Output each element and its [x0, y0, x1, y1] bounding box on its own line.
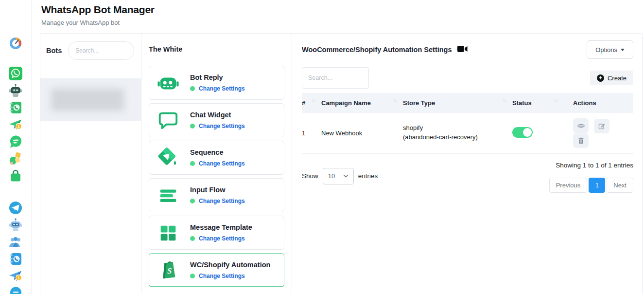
card-chat-widget[interactable]: Chat Widget Change Settings: [149, 103, 284, 137]
main-area: WhatsApp Bot Manager Manage your WhatsAp…: [32, 0, 644, 294]
page-title: WhatsApp Bot Manager: [41, 4, 644, 16]
robot-assistant-green-icon[interactable]: [8, 83, 23, 98]
card-title: WC/Shopify Automation: [190, 261, 270, 269]
selected-bot-name: The White: [149, 45, 284, 53]
table-header-row: #↑↓ Campaign Name↑↓ Store Type↑↓ Status↑…: [302, 93, 633, 113]
status-dot: [190, 161, 195, 166]
dashboard-gauge-icon[interactable]: [8, 36, 23, 51]
video-tutorial-icon[interactable]: [457, 45, 468, 54]
bot-reply-icon: [157, 72, 179, 94]
store-type-line1: shopify: [403, 124, 512, 133]
automation-title-row: WooCommerce/Shopify Automation Settings: [302, 45, 468, 54]
sort-icon: ↑↓: [393, 98, 396, 103]
entries-summary: Showing 1 to 1 of 1 entries: [549, 162, 633, 169]
card-text: Chat Widget Change Settings: [190, 111, 245, 129]
table-search-input[interactable]: [302, 67, 369, 89]
create-button-label: Create: [608, 74, 627, 82]
change-settings-link[interactable]: Change Settings: [199, 160, 245, 167]
robot-assistant-blue-icon[interactable]: [8, 218, 23, 232]
campaign-send-green-icon[interactable]: 1: [8, 117, 23, 132]
column-header-num[interactable]: #↑↓: [302, 93, 321, 113]
change-settings-link[interactable]: Change Settings: [199, 198, 245, 204]
bots-header: Bots: [40, 34, 141, 60]
handshake-puzzle-icon[interactable]: [8, 151, 23, 166]
card-bot-reply[interactable]: Bot Reply Change Settings: [149, 66, 284, 100]
bot-name-redacted: [51, 89, 124, 111]
message-template-icon: [157, 221, 179, 244]
column-header-campaign-name[interactable]: Campaign Name↑↓: [321, 93, 403, 113]
card-wc-shopify-automation[interactable]: S WC/Shopify Automation Change Settings: [149, 253, 284, 287]
sort-icon: ↑↓: [503, 98, 505, 103]
next-page-button[interactable]: Next: [607, 178, 633, 193]
whatsapp-icon[interactable]: [8, 66, 23, 81]
automation-settings-section: WooCommerce/Shopify Automation Settings …: [292, 34, 643, 294]
phonebook-blue-icon[interactable]: [8, 252, 23, 266]
campaign-send-blue-icon[interactable]: 1: [8, 269, 23, 283]
pagination: Previous 1 Next: [549, 178, 633, 193]
previous-page-button[interactable]: Previous: [549, 178, 588, 193]
phonebook-green-icon[interactable]: [8, 100, 23, 115]
status-dot: [190, 124, 195, 129]
input-flow-icon: [157, 184, 179, 206]
sort-icon: ↑↓: [312, 98, 314, 103]
change-settings-link[interactable]: Change Settings: [199, 235, 245, 242]
bot-menu-column: The White Bot Reply: [141, 34, 292, 294]
show-label: Show: [302, 172, 318, 180]
page-size-value: 10: [328, 172, 335, 180]
view-button[interactable]: [573, 118, 589, 133]
edit-pencil-icon: [598, 122, 606, 130]
campaigns-table: #↑↓ Campaign Name↑↓ Store Type↑↓ Status↑…: [302, 93, 633, 154]
app-icon-sidebar: 1: [0, 0, 32, 294]
column-header-status[interactable]: Status↑↓: [512, 93, 563, 113]
card-text: Input Flow Change Settings: [190, 186, 245, 204]
card-title: Chat Widget: [190, 111, 245, 119]
shopping-bag-icon[interactable]: [8, 168, 23, 183]
card-title: Input Flow: [190, 186, 245, 194]
card-text: WC/Shopify Automation Change Settings: [190, 261, 270, 279]
bot-list-item-selected[interactable]: [40, 78, 141, 121]
card-input-flow[interactable]: Input Flow Change Settings: [149, 178, 284, 212]
create-button[interactable]: + Create: [590, 71, 633, 85]
chevron-down-icon: [343, 174, 348, 178]
badge-count: 1: [17, 276, 20, 280]
change-settings-link[interactable]: Change Settings: [199, 123, 245, 129]
options-button-label: Options: [595, 46, 617, 54]
card-message-template[interactable]: Message Template Change Settings: [149, 216, 284, 250]
sort-icon: ↑↓: [554, 98, 557, 103]
options-button[interactable]: Options: [587, 40, 633, 59]
telegram-icon[interactable]: [8, 201, 23, 215]
chat-bubble-green-icon[interactable]: [8, 134, 23, 149]
status-dot: [190, 274, 195, 278]
cell-num: 1: [302, 113, 321, 153]
bot-manager-panel: Bots The White: [40, 33, 643, 294]
sequence-paint-icon: [157, 147, 179, 169]
table-row: 1 New Webhook shopify (abandoned-cart-re…: [302, 113, 633, 153]
cell-status: [512, 113, 563, 153]
caret-down-icon: [621, 49, 625, 51]
change-settings-link[interactable]: Change Settings: [199, 273, 245, 279]
shopify-bag-icon: S: [157, 259, 179, 281]
cell-store-type: shopify (abandoned-cart-recovery): [403, 113, 512, 153]
column-header-store-type[interactable]: Store Type↑↓: [403, 93, 512, 113]
status-toggle-on[interactable]: [512, 127, 533, 138]
cell-actions: [563, 113, 633, 153]
bots-column: Bots: [40, 34, 141, 294]
status-dot: [190, 236, 195, 241]
card-text: Sequence Change Settings: [190, 148, 245, 167]
chat-bubble-blue-icon[interactable]: [8, 286, 23, 294]
cell-campaign-name: New Webhook: [321, 113, 403, 153]
card-text: Bot Reply Change Settings: [190, 74, 245, 92]
status-dot: [190, 86, 195, 91]
plus-icon: +: [597, 74, 604, 82]
column-header-actions: Actions: [563, 93, 633, 113]
current-page-button[interactable]: 1: [589, 178, 605, 193]
automation-title: WooCommerce/Shopify Automation Settings: [302, 46, 452, 54]
bots-search-input[interactable]: [68, 41, 134, 60]
audience-group-icon[interactable]: [8, 235, 23, 249]
card-sequence[interactable]: Sequence Change Settings: [149, 141, 284, 175]
delete-button[interactable]: [573, 133, 589, 148]
page-size-select[interactable]: 10: [323, 168, 354, 184]
edit-button[interactable]: [594, 119, 609, 133]
card-title: Sequence: [190, 148, 245, 156]
change-settings-link[interactable]: Change Settings: [199, 85, 245, 92]
